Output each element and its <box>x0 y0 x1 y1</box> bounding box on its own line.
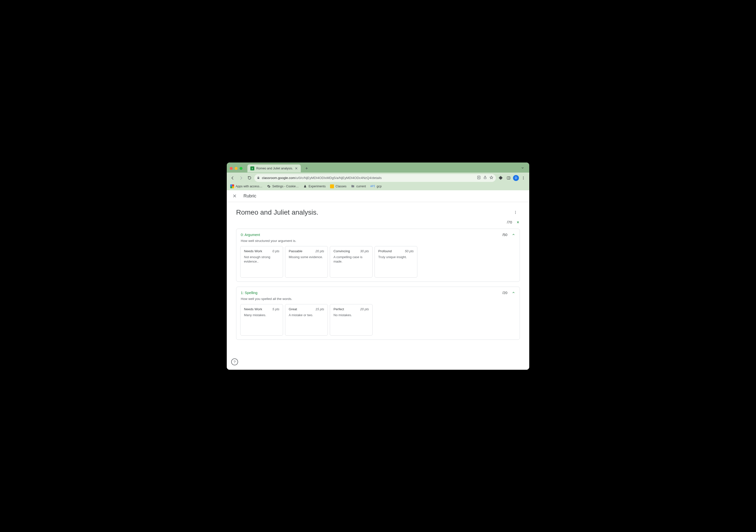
svg-point-11 <box>515 213 516 214</box>
criterion-collapse-button[interactable] <box>512 233 515 237</box>
level-points: 50 pts <box>405 249 414 253</box>
criterion-description: How well structured your argument is. <box>238 239 518 246</box>
toolbar-row: classroom.google.com/u/0/c/NjEyMDI4ODIxM… <box>227 173 529 183</box>
level-header: Great15 pts <box>289 307 324 311</box>
svg-rect-1 <box>257 177 259 178</box>
svg-point-6 <box>523 176 524 177</box>
level-title: Needs Work <box>244 307 262 311</box>
level-header: Profound50 pts <box>378 249 414 253</box>
levels-row: Needs Work0 ptsNot enough strong evidenc… <box>238 246 518 278</box>
address-bar-actions <box>477 175 493 180</box>
total-row: /70 <box>236 217 520 228</box>
bookmarks-bar: Apps with access… Settings - Cookie… Exp… <box>227 183 529 190</box>
level-points: 30 pts <box>360 249 369 253</box>
address-bar[interactable]: classroom.google.com/u/0/c/NjEyMDI4ODIxM… <box>254 174 496 182</box>
level-points: 0 pts <box>273 249 279 253</box>
nav-forward-button[interactable] <box>238 174 244 181</box>
browser-window: Romeo and Juliet analysis. ✕ + <box>227 163 529 370</box>
level-card[interactable]: Profound50 ptsTruly unique insight. <box>375 246 418 278</box>
collapse-all-button[interactable] <box>516 220 520 225</box>
chrome-menu-button[interactable] <box>520 174 527 181</box>
extensions-button[interactable] <box>497 174 504 181</box>
level-title: Perfect <box>334 307 344 311</box>
bookmark-api[interactable]: API gcp <box>370 185 382 188</box>
bookmark-classes[interactable]: Classes <box>330 184 346 188</box>
api-icon: API <box>370 185 375 188</box>
bookmark-experiments[interactable]: Experiments <box>303 184 326 188</box>
level-title: Needs Work <box>244 249 262 253</box>
title-row: Romeo and Juliet analysis. <box>236 208 520 217</box>
svg-rect-4 <box>507 176 510 179</box>
classes-icon <box>330 184 334 188</box>
level-title: Great <box>289 307 297 311</box>
google-icon <box>230 184 234 188</box>
tabs-menu-button[interactable] <box>521 166 524 171</box>
rubric-body: Romeo and Juliet analysis. /70 0: Argume… <box>227 202 529 351</box>
bookmark-apps[interactable]: Apps with access… <box>230 184 262 188</box>
svg-point-10 <box>515 212 516 213</box>
flask-icon <box>303 184 307 188</box>
window-minimize-button[interactable] <box>235 167 238 170</box>
browser-tab[interactable]: Romeo and Juliet analysis. ✕ <box>247 165 301 172</box>
profile-avatar[interactable]: D <box>513 175 519 181</box>
new-tab-button[interactable]: + <box>303 165 310 173</box>
level-card[interactable]: Needs Work0 ptsNot enough strong evidenc… <box>240 246 283 278</box>
level-title: Passable <box>289 249 303 253</box>
bookmark-current[interactable]: current <box>351 184 366 188</box>
svg-point-7 <box>523 177 524 178</box>
level-points: 5 pts <box>273 307 279 311</box>
assignment-title: Romeo and Juliet analysis. <box>236 208 511 216</box>
nav-back-button[interactable] <box>229 174 236 181</box>
criterion-header: 1: Spelling/20 <box>238 291 518 297</box>
install-app-icon[interactable] <box>477 175 481 180</box>
criterion-title: 0: Argument <box>241 233 502 237</box>
criterion-description: How well you spelled all the words. <box>238 297 518 304</box>
level-card[interactable]: Needs Work5 ptsMany mistakes. <box>240 304 283 335</box>
level-points: 15 pts <box>315 307 324 311</box>
folder-icon <box>351 184 355 188</box>
classroom-favicon-icon <box>250 167 254 171</box>
criterion-collapse-button[interactable] <box>512 291 515 295</box>
svg-point-8 <box>523 179 524 179</box>
level-card[interactable]: Perfect20 ptsNo mistakes. <box>330 304 373 335</box>
criterion-header: 0: Argument/50 <box>238 233 518 239</box>
url-text: classroom.google.com/u/0/c/NjEyMDI4ODIxM… <box>262 176 382 180</box>
level-description: Truly unique insight. <box>378 255 414 259</box>
levels-row: Needs Work5 ptsMany mistakes.Great15 pts… <box>238 304 518 335</box>
close-rubric-button[interactable] <box>232 193 238 199</box>
tab-close-icon[interactable]: ✕ <box>295 167 298 171</box>
lock-icon <box>257 176 260 180</box>
svg-point-9 <box>515 211 516 212</box>
level-title: Profound <box>378 249 392 253</box>
share-icon[interactable] <box>483 175 487 180</box>
level-header: Perfect20 pts <box>334 307 369 311</box>
window-controls <box>230 167 242 170</box>
total-points-label: /70 <box>507 220 512 224</box>
level-title: Convincing <box>334 249 350 253</box>
criteria-list: 0: Argument/50How well structured your a… <box>236 228 520 340</box>
bookmark-settings[interactable]: Settings - Cookie… <box>267 184 299 188</box>
criterion-title: 1: Spelling <box>241 291 502 295</box>
level-header: Convincing30 pts <box>334 249 369 253</box>
help-button[interactable]: ? <box>231 359 238 365</box>
sidepanel-button[interactable] <box>505 174 512 181</box>
level-card[interactable]: Great15 ptsA mistake or two. <box>285 304 328 335</box>
bookmark-star-icon[interactable] <box>489 175 493 180</box>
level-header: Passable20 pts <box>289 249 324 253</box>
window-maximize-button[interactable] <box>239 167 242 170</box>
topbar-title: Rubric <box>243 194 256 199</box>
criterion-card: 1: Spelling/20How well you spelled all t… <box>236 287 520 340</box>
level-description: Not enough strong evidence.. <box>244 255 279 264</box>
level-card[interactable]: Passable20 ptsMissing some evidence. <box>285 246 328 278</box>
level-header: Needs Work0 pts <box>244 249 279 253</box>
window-close-button[interactable] <box>230 167 233 170</box>
criterion-card: 0: Argument/50How well structured your a… <box>236 228 520 282</box>
rubric-topbar: Rubric <box>227 190 529 202</box>
rubric-more-button[interactable] <box>511 208 520 217</box>
gear-icon <box>267 184 271 188</box>
tab-title: Romeo and Juliet analysis. <box>256 167 293 170</box>
level-card[interactable]: Convincing30 ptsA compelling case is mad… <box>330 246 373 278</box>
level-description: A compelling case is made. <box>334 255 369 264</box>
nav-reload-button[interactable] <box>246 174 253 181</box>
titlebar: Romeo and Juliet analysis. ✕ + <box>227 163 529 173</box>
